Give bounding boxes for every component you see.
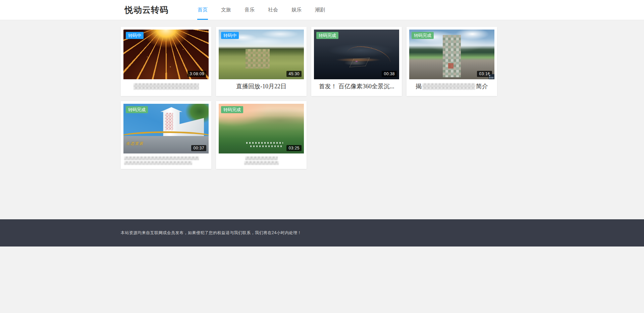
duration-badge: 00:37 [191, 145, 206, 151]
video-thumbnail[interactable]: 转码中 45:30 [219, 30, 304, 79]
pixelated-region [165, 113, 173, 130]
status-badge: 转码完成 [316, 32, 338, 39]
video-thumbnail[interactable]: 转码完成 生态宜居 00:37 [123, 104, 209, 153]
duration-badge: 03:25 [286, 145, 302, 151]
video-card[interactable]: 转码完成 生态宜居 00:37 [121, 101, 211, 169]
status-badge: 转码完成 [221, 106, 243, 113]
redacted-title [133, 83, 199, 90]
thumb-overlay-caption: 生态宜居 [126, 141, 144, 146]
video-grid: 转码中 3:08:09 转码中 45:30 直播回放-10月22日 [121, 27, 523, 169]
video-title-prefix: 揭 [416, 82, 422, 90]
nav-item-entertainment[interactable]: 娱乐 [291, 0, 302, 20]
status-badge: 转码中 [126, 32, 144, 39]
video-card[interactable]: 转码中 45:30 直播回放-10月22日 [216, 27, 307, 96]
video-title[interactable]: 首发！ 百亿像素360全景沉... [314, 79, 399, 93]
status-badge: 转码完成 [412, 32, 434, 39]
duration-badge: 00:38 [382, 71, 397, 77]
nav-item-home[interactable]: 首页 [197, 0, 208, 20]
nav-item-society[interactable]: 社会 [268, 0, 278, 20]
video-thumbnail[interactable]: 转码中 3:08:09 [123, 30, 209, 79]
thumb-overlay-text [243, 142, 283, 147]
video-title[interactable] [123, 79, 209, 93]
nav-item-music[interactable]: 音乐 [244, 0, 255, 20]
redacted-title [244, 161, 279, 165]
video-card[interactable]: 转码中 3:08:09 [121, 27, 211, 96]
video-title[interactable] [123, 153, 209, 166]
video-title-suffix: 简介 [476, 82, 488, 90]
video-thumbnail[interactable]: 转码完成 03:25 [219, 104, 304, 153]
footer-disclaimer: 本站资源均来自互联网或会员发布，如果侵犯了您的权益请与我们联系，我们将在24小时… [121, 230, 523, 236]
redacted-title [124, 161, 192, 165]
footer: 本站资源均来自互联网或会员发布，如果侵犯了您的权益请与我们联系，我们将在24小时… [0, 219, 644, 247]
main-nav: 首页 文旅 音乐 社会 娱乐 潮剧 [197, 0, 338, 20]
pixelated-region [246, 49, 270, 69]
pixelated-region [443, 35, 461, 77]
video-card[interactable]: 转码完成 03:25 [216, 101, 307, 169]
main-content: 转码中 3:08:09 转码中 45:30 直播回放-10月22日 [0, 20, 644, 198]
video-title[interactable]: 揭 简介 [409, 79, 494, 93]
header: 悦动云转码 首页 文旅 音乐 社会 娱乐 潮剧 [0, 0, 644, 20]
watermark-icon [489, 74, 494, 79]
header-container: 悦动云转码 首页 文旅 音乐 社会 娱乐 潮剧 [121, 0, 523, 20]
redacted-title [124, 156, 199, 160]
footer-container: 本站资源均来自互联网或会员发布，如果侵犯了您的权益请与我们联系，我们将在24小时… [121, 230, 523, 236]
redacted-title-middle [422, 83, 475, 90]
nav-item-chaoju[interactable]: 潮剧 [315, 0, 325, 20]
video-card[interactable]: 转码完成 03:16 揭 简介 [407, 27, 497, 96]
redacted-title [245, 156, 278, 160]
content-container: 转码中 3:08:09 转码中 45:30 直播回放-10月22日 [121, 27, 523, 169]
site-logo[interactable]: 悦动云转码 [125, 4, 168, 15]
status-badge: 转码中 [221, 32, 239, 39]
duration-badge: 45:30 [286, 71, 302, 77]
video-card[interactable]: 转码完成 00:38 首发！ 百亿像素360全景沉... [311, 27, 402, 96]
video-title[interactable] [219, 153, 304, 166]
duration-badge: 3:08:09 [187, 71, 206, 77]
video-thumbnail[interactable]: 转码完成 03:16 [409, 30, 494, 79]
video-thumbnail[interactable]: 转码完成 00:38 [314, 30, 399, 79]
nav-item-culture-travel[interactable]: 文旅 [221, 0, 231, 20]
status-badge: 转码完成 [126, 106, 148, 113]
video-title[interactable]: 直播回放-10月22日 [219, 79, 304, 93]
